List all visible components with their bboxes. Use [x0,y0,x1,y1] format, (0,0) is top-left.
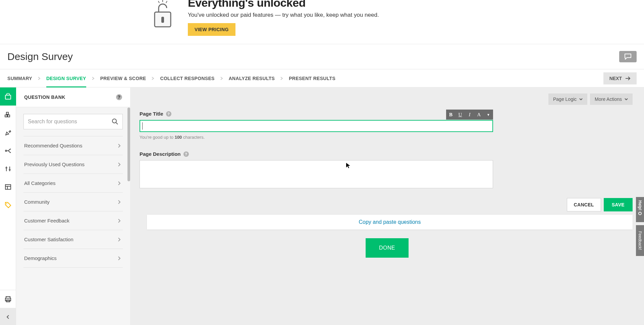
page-actions: Page Logic More Actions [548,93,633,105]
category-label: Previously Used Questions [24,161,85,167]
chevron-right-icon [118,219,121,223]
help-tab-label: Help! [638,200,642,210]
category-list: Recommended Questions Previously Used Qu… [23,136,123,268]
comments-button[interactable] [619,51,637,62]
options-icon[interactable] [0,160,16,178]
page-description-input[interactable] [140,160,493,188]
tab-preview-score[interactable]: PREVIEW & SCORE [100,70,146,87]
page-logic-button[interactable]: Page Logic [548,93,587,105]
help-icon[interactable]: ? [116,94,122,100]
search-icon [112,118,118,125]
category-label: Demographics [24,255,57,261]
tab-summary[interactable]: SUMMARY [7,70,32,87]
sidebar-title: QUESTION BANK [24,94,65,100]
category-customer-satisfaction[interactable]: Customer Satisfaction [23,230,123,249]
category-community[interactable]: Community [23,192,123,211]
chevron-right-icon [118,238,121,242]
font-button[interactable]: A [474,110,484,120]
promo-banner: Everything's unlocked You've unlocked ou… [0,0,644,44]
help-tab[interactable]: Help! [636,197,644,222]
canvas: Page Logic More Actions Page Title ? B U… [130,87,644,325]
caret-down-icon [625,98,628,100]
category-label: Community [24,199,50,205]
cancel-button[interactable]: CANCEL [567,198,601,211]
italic-button[interactable]: I [465,110,474,120]
page-title: Design Survey [7,51,73,62]
build-icon[interactable] [0,106,16,124]
svg-line-4 [166,1,167,3]
chevron-right-icon [118,200,121,204]
svg-point-10 [10,149,11,150]
circle-icon [638,212,642,215]
more-actions-button[interactable]: More Actions [590,93,633,105]
done-button[interactable]: DONE [366,238,409,258]
question-bank-icon[interactable] [0,87,16,106]
logic-icon[interactable] [0,142,16,160]
next-button-label: NEXT [609,76,622,81]
scrollbar-thumb[interactable] [127,108,130,181]
editor-actions: CANCEL SAVE [567,198,633,211]
more-actions-label: More Actions [595,96,622,102]
chevron-right-icon [118,162,121,167]
category-customer-feedback[interactable]: Customer Feedback [23,211,123,230]
caret-down-icon [579,98,583,100]
next-button[interactable]: NEXT [603,72,637,84]
tab-analyze-results[interactable]: ANALYZE RESULTS [229,70,275,87]
tab-nav: SUMMARY DESIGN SURVEY PREVIEW & SCORE CO… [0,69,644,87]
sidebar: QUESTION BANK ? Recommended Questions Pr… [16,87,130,325]
tab-design-survey[interactable]: DESIGN SURVEY [46,70,86,87]
bold-button[interactable]: B [446,110,455,120]
print-icon[interactable] [0,290,16,308]
chevron-right-icon [92,77,95,80]
chevron-right-icon [220,77,223,80]
svg-rect-8 [6,112,8,114]
feedback-tab[interactable]: Feedback! [636,225,644,256]
chevron-right-icon [151,77,155,80]
tab-collect-responses[interactable]: COLLECT RESPONSES [160,70,214,87]
page-description-label: Page Description ? [140,151,493,157]
tag-icon[interactable] [0,196,16,214]
svg-point-11 [10,152,11,153]
hint-prefix: You're good up to [140,135,175,140]
promo-title: Everything's unlocked [188,0,379,9]
left-rail [0,87,16,325]
search-input-wrap[interactable] [23,114,123,129]
sidebar-header: QUESTION BANK ? [16,87,130,107]
titlebar: Design Survey [0,44,644,69]
help-icon[interactable]: ? [183,151,189,157]
svg-point-15 [6,203,7,204]
feedback-tab-label: Feedback! [638,231,642,250]
hint-suffix: characters. [182,135,205,140]
arrow-right-icon [625,76,631,80]
promo-subtitle: You've unlocked our paid features — try … [188,12,379,18]
category-label: All Categories [24,180,55,186]
category-demographics[interactable]: Demographics [23,249,123,268]
category-previously-used[interactable]: Previously Used Questions [23,155,123,174]
caret-down-icon[interactable]: ▼ [484,110,493,120]
copy-paste-link[interactable]: Copy and paste questions [359,219,421,225]
chevron-right-icon [118,144,121,148]
page-title-input[interactable] [140,120,493,132]
category-label: Customer Feedback [24,218,69,223]
save-button[interactable]: SAVE [604,198,633,211]
main-area: QUESTION BANK ? Recommended Questions Pr… [0,87,644,325]
view-pricing-button[interactable]: VIEW PRICING [188,23,235,36]
svg-rect-7 [8,115,10,117]
help-icon[interactable]: ? [166,111,171,117]
page-logic-label: Page Logic [553,96,577,102]
svg-point-9 [5,150,7,151]
svg-rect-1 [161,17,164,23]
underline-button[interactable]: U [455,110,465,120]
layout-icon[interactable] [0,178,16,196]
category-recommended[interactable]: Recommended Questions [23,136,123,155]
rich-text-toolbar: B U I A ▼ [446,110,493,120]
appearance-icon[interactable] [0,124,16,142]
tab-present-results[interactable]: PRESENT RESULTS [289,70,335,87]
collapse-sidebar-icon[interactable] [0,308,16,325]
category-label: Recommended Questions [24,143,82,148]
search-input[interactable] [28,119,112,125]
category-all[interactable]: All Categories [23,174,123,192]
svg-rect-5 [5,95,11,99]
chevron-right-icon [280,77,283,80]
chevron-right-icon [118,256,121,260]
